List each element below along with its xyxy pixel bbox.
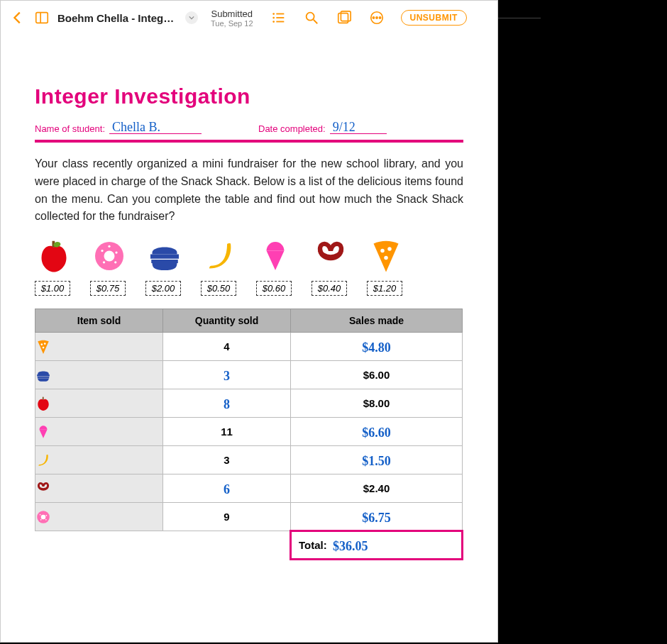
qty-cell: 8 bbox=[163, 389, 291, 418]
search-icon[interactable] bbox=[303, 9, 320, 26]
item-cell bbox=[35, 389, 163, 418]
pizza-icon bbox=[368, 238, 404, 274]
svg-point-36 bbox=[41, 514, 46, 519]
svg-point-22 bbox=[114, 261, 116, 263]
svg-rect-7 bbox=[276, 21, 284, 23]
sales-cell: $1.50 bbox=[291, 446, 463, 474]
status-main: Submitted bbox=[211, 9, 253, 19]
student-name-value: Chella B. bbox=[109, 120, 163, 134]
table-row: 6$2.40 bbox=[35, 474, 463, 503]
status-block: Submitted Tue, Sep 12 bbox=[211, 9, 253, 28]
banana-icon bbox=[202, 238, 238, 274]
qty-cell: 3 bbox=[163, 446, 291, 474]
name-label: Name of student: bbox=[35, 123, 105, 134]
toolbar: Boehm Chella - Integers I... Submitted T… bbox=[1, 1, 497, 35]
back-icon[interactable] bbox=[9, 9, 26, 26]
item-cell bbox=[35, 446, 163, 474]
table-row: 9$6.75 bbox=[35, 503, 463, 531]
svg-point-18 bbox=[104, 251, 115, 262]
sales-cell: $6.00 bbox=[291, 361, 463, 389]
table-row: 3$6.00 bbox=[35, 361, 463, 389]
col-sales: Sales made bbox=[291, 309, 463, 333]
total-value: $36.05 bbox=[330, 539, 371, 553]
app-frame: Boehm Chella - Integers I... Submitted T… bbox=[0, 0, 498, 643]
worksheet-title: Integer Investigation bbox=[35, 84, 463, 109]
svg-rect-0 bbox=[36, 13, 48, 23]
sales-cell: $2.40 bbox=[291, 474, 463, 503]
svg-point-31 bbox=[43, 346, 45, 348]
svg-rect-25 bbox=[151, 260, 178, 263]
price-box: $0.40 bbox=[312, 281, 347, 296]
svg-rect-34 bbox=[43, 396, 44, 399]
more-icon[interactable] bbox=[368, 9, 385, 26]
list-icon[interactable] bbox=[270, 9, 287, 26]
svg-line-9 bbox=[313, 20, 317, 24]
sales-table: Item sold Quantity sold Sales made 4$4.8… bbox=[35, 309, 463, 560]
sidebar-icon[interactable] bbox=[33, 9, 50, 26]
price-box: $0.50 bbox=[201, 281, 236, 296]
price-box: $0.60 bbox=[256, 281, 292, 296]
svg-point-27 bbox=[387, 247, 392, 251]
instructions-text: Your class recently organized a mini fun… bbox=[35, 155, 463, 226]
document-title: Boehm Chella - Integers I... bbox=[57, 12, 178, 24]
callout-line bbox=[498, 18, 541, 18]
burger-icon bbox=[147, 238, 182, 274]
svg-point-21 bbox=[103, 261, 105, 263]
col-qty: Quantity sold bbox=[163, 309, 291, 333]
price-box: $1.20 bbox=[367, 281, 402, 296]
svg-rect-33 bbox=[38, 377, 50, 378]
donut-icon bbox=[92, 238, 127, 274]
svg-point-13 bbox=[373, 17, 374, 18]
total-label: Total: bbox=[299, 539, 327, 551]
table-row: 4$4.80 bbox=[35, 333, 463, 361]
svg-point-14 bbox=[375, 17, 377, 18]
status-date: Tue, Sep 12 bbox=[211, 19, 253, 28]
price-box: $1.00 bbox=[35, 281, 70, 296]
qty-cell: 4 bbox=[163, 333, 291, 361]
table-row: 11$6.60 bbox=[35, 418, 463, 446]
price-row: $1.00 $0.75 $2.00 $0.50 $0.60 $0.40 $1.2… bbox=[35, 281, 463, 296]
sales-cell: $8.00 bbox=[291, 389, 463, 418]
svg-point-3 bbox=[272, 17, 275, 19]
divider bbox=[35, 140, 463, 143]
sales-cell: $6.75 bbox=[291, 503, 463, 531]
media-icon[interactable] bbox=[336, 9, 353, 26]
qty-cell: 6 bbox=[163, 474, 291, 503]
item-cell bbox=[35, 474, 163, 503]
svg-point-39 bbox=[40, 519, 42, 521]
svg-point-23 bbox=[108, 245, 110, 248]
svg-rect-24 bbox=[150, 255, 179, 259]
svg-point-29 bbox=[40, 343, 43, 345]
svg-point-26 bbox=[380, 249, 385, 253]
qty-cell: 9 bbox=[163, 503, 291, 531]
item-cell bbox=[35, 503, 163, 531]
svg-point-30 bbox=[44, 343, 46, 345]
date-value: 9/12 bbox=[330, 120, 358, 134]
icecream-icon bbox=[258, 238, 293, 274]
svg-point-15 bbox=[379, 17, 380, 18]
svg-point-19 bbox=[101, 250, 103, 252]
svg-point-8 bbox=[306, 13, 314, 21]
svg-point-4 bbox=[272, 21, 275, 23]
qty-cell: 11 bbox=[163, 418, 291, 446]
svg-point-28 bbox=[384, 256, 388, 260]
svg-point-2 bbox=[272, 13, 275, 15]
item-cell bbox=[35, 333, 163, 361]
table-row: 3$1.50 bbox=[35, 446, 463, 474]
svg-rect-6 bbox=[276, 17, 284, 18]
svg-point-37 bbox=[40, 514, 41, 516]
sales-cell: $6.60 bbox=[291, 418, 463, 446]
svg-rect-5 bbox=[276, 13, 284, 15]
date-label: Date completed: bbox=[258, 123, 326, 134]
chevron-down-icon[interactable] bbox=[185, 11, 198, 24]
col-item: Item sold bbox=[35, 309, 163, 333]
total-cell: Total: $36.05 bbox=[291, 531, 463, 560]
pretzel-icon bbox=[313, 238, 348, 274]
apple-icon bbox=[36, 238, 72, 274]
item-cell bbox=[35, 361, 163, 389]
qty-cell: 3 bbox=[163, 361, 291, 389]
price-box: $2.00 bbox=[145, 281, 181, 296]
svg-point-38 bbox=[46, 515, 48, 516]
food-icon-row bbox=[35, 238, 463, 274]
unsubmit-button[interactable]: UNSUBMIT bbox=[401, 10, 467, 26]
